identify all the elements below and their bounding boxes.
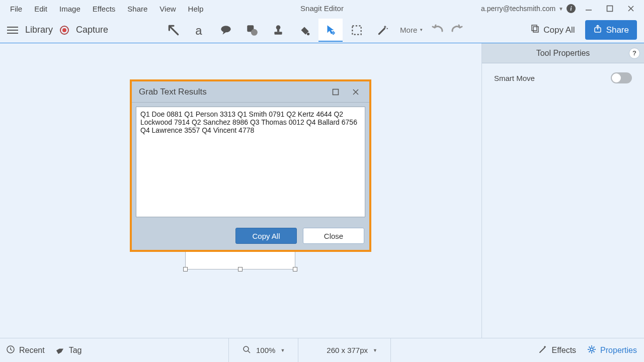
selection-tool[interactable] (345, 19, 369, 42)
svg-line-29 (594, 346, 595, 347)
zoom-control[interactable]: 100% ▼ (228, 338, 298, 362)
toolbar: Library Capture a Mor (0, 17, 644, 43)
redo-button[interactable] (449, 24, 463, 36)
capture-button[interactable]: Capture (76, 25, 108, 35)
info-icon[interactable]: i (567, 4, 576, 13)
menu-effects[interactable]: Effects (87, 2, 122, 16)
minimize-button[interactable] (585, 5, 593, 13)
move-tool[interactable] (318, 19, 343, 42)
tag-button[interactable]: Tag (56, 345, 82, 356)
svg-point-8 (276, 25, 281, 30)
svg-rect-12 (352, 26, 361, 34)
callout-tool[interactable] (214, 19, 238, 42)
svg-point-7 (251, 29, 258, 35)
svg-line-21 (248, 351, 250, 353)
menu-share[interactable]: Share (121, 2, 153, 16)
clock-icon (6, 345, 15, 356)
record-icon[interactable] (60, 26, 69, 35)
search-icon (242, 345, 251, 355)
hamburger-icon[interactable] (7, 27, 18, 34)
copy-all-button[interactable]: Copy All (526, 21, 580, 39)
smart-move-label: Smart Move (494, 74, 535, 82)
more-tools[interactable]: More▼ (400, 26, 423, 34)
svg-rect-10 (274, 32, 282, 34)
dialog-titlebar[interactable]: Grab Text Results (132, 81, 369, 103)
help-icon[interactable]: ? (629, 48, 640, 59)
dialog-copy-all-button[interactable]: Copy All (235, 228, 297, 244)
grab-text-output[interactable] (136, 107, 365, 217)
resize-handle[interactable] (183, 267, 188, 272)
dialog-title: Grab Text Results (139, 87, 207, 97)
dialog-close-button[interactable] (349, 85, 362, 99)
share-icon (593, 24, 602, 36)
svg-line-27 (589, 346, 590, 347)
menu-help[interactable]: Help (182, 2, 210, 16)
menu-edit[interactable]: Edit (28, 2, 53, 16)
shape-tool[interactable] (240, 19, 264, 42)
recent-button[interactable]: Recent (6, 345, 45, 356)
svg-rect-14 (532, 25, 537, 31)
fill-tool[interactable] (292, 19, 316, 42)
library-button[interactable]: Library (25, 25, 53, 35)
resize-handle[interactable] (238, 267, 243, 272)
properties-button[interactable]: Properties (587, 345, 637, 356)
account-email: a.perry@techsmith.com (481, 5, 555, 13)
stamp-tool[interactable] (266, 19, 290, 42)
copy-icon (531, 24, 540, 36)
canvas[interactable]: Grab Text Results Copy All Close (0, 43, 482, 338)
chevron-down-icon: ▼ (558, 6, 564, 12)
svg-rect-1 (607, 6, 613, 12)
share-button[interactable]: Share (585, 20, 637, 40)
chevron-down-icon: ▼ (373, 348, 377, 353)
text-tool[interactable]: a (188, 19, 212, 42)
svg-point-11 (307, 32, 309, 35)
arrow-tool[interactable] (162, 19, 186, 42)
selected-object[interactable] (185, 249, 295, 269)
dimensions-value: 260 x 377px (327, 346, 368, 354)
svg-line-28 (594, 351, 595, 352)
menu-view[interactable]: View (153, 2, 182, 16)
chevron-down-icon: ▼ (280, 348, 285, 353)
gear-icon (587, 345, 596, 356)
svg-rect-13 (533, 27, 538, 32)
dialog-close-text-button[interactable]: Close (303, 228, 364, 244)
menu-file[interactable]: File (4, 2, 28, 16)
zoom-value: 100% (256, 346, 275, 354)
svg-rect-16 (333, 89, 339, 95)
svg-line-30 (589, 351, 590, 352)
dialog-maximize-button[interactable] (329, 85, 342, 99)
svg-rect-9 (277, 29, 279, 31)
status-bar: Recent Tag 100% ▼ 260 x 377px ▼ Effects (0, 338, 644, 362)
tag-icon (56, 345, 65, 356)
effects-button[interactable]: Effects (538, 345, 576, 356)
svg-text:a: a (195, 24, 202, 37)
menu-image[interactable]: Image (53, 2, 87, 16)
magic-wand-tool[interactable] (371, 19, 395, 42)
account-menu[interactable]: a.perry@techsmith.com ▼ i (481, 4, 576, 13)
dimensions-control[interactable]: 260 x 377px ▼ (313, 338, 391, 362)
svg-point-20 (244, 346, 249, 351)
close-button[interactable] (627, 5, 635, 13)
main-area: Grab Text Results Copy All Close Tool Pr… (0, 43, 644, 338)
grab-text-dialog: Grab Text Results Copy All Close (130, 79, 371, 252)
menubar: File Edit Image Effects Share View Help … (0, 0, 644, 17)
maximize-button[interactable] (606, 5, 614, 13)
wand-icon (538, 345, 547, 356)
svg-point-22 (590, 348, 593, 351)
resize-handle[interactable] (293, 267, 297, 272)
properties-panel: Tool Properties ? Smart Move (482, 43, 644, 338)
smart-move-toggle[interactable] (611, 72, 632, 83)
properties-header: Tool Properties ? (482, 43, 644, 63)
undo-button[interactable] (431, 24, 445, 36)
svg-point-5 (221, 26, 231, 32)
